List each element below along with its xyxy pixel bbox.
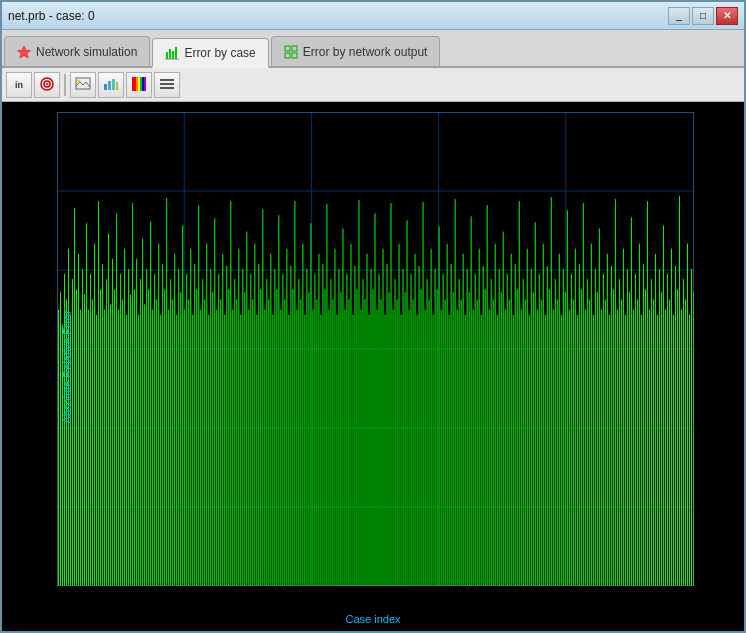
bars-icon	[159, 76, 175, 94]
svg-rect-121	[192, 315, 193, 586]
svg-rect-125	[200, 310, 201, 587]
svg-rect-90	[130, 294, 131, 586]
svg-rect-208	[366, 254, 367, 586]
svg-rect-267	[485, 289, 486, 586]
svg-rect-214	[379, 274, 380, 586]
minimize-button[interactable]: _	[668, 7, 690, 25]
svg-rect-341	[633, 310, 634, 587]
toolbar-in-button[interactable]: in	[6, 72, 32, 98]
svg-rect-365	[681, 310, 682, 587]
svg-rect-146	[242, 269, 243, 586]
close-button[interactable]: ✕	[716, 7, 738, 25]
svg-rect-368	[687, 244, 688, 586]
svg-rect-101	[152, 310, 153, 587]
svg-rect-325	[601, 310, 602, 587]
chart-svg: 10⁰ 10⁻¹ 10⁻² 10⁻³ 10⁻⁴ 10⁻⁵ 0 102.4 204…	[57, 112, 694, 586]
grid-icon	[284, 45, 298, 59]
maximize-button[interactable]: □	[692, 7, 714, 25]
svg-rect-259	[469, 292, 470, 586]
svg-rect-205	[360, 310, 361, 587]
svg-rect-82	[114, 289, 115, 586]
svg-rect-159	[268, 299, 269, 586]
svg-rect-1	[166, 52, 168, 59]
svg-rect-130	[210, 269, 211, 586]
svg-rect-344	[639, 244, 640, 586]
svg-rect-202	[354, 266, 355, 586]
svg-rect-220	[391, 203, 392, 586]
svg-rect-16	[108, 81, 111, 90]
svg-rect-79	[108, 234, 109, 586]
svg-rect-342	[635, 274, 636, 586]
toolbar-target-button[interactable]	[34, 72, 60, 98]
svg-rect-168	[286, 249, 287, 586]
toolbar-bars-button[interactable]	[154, 72, 180, 98]
svg-rect-140	[230, 201, 231, 586]
svg-rect-19	[132, 77, 136, 91]
svg-rect-21	[138, 77, 140, 91]
svg-rect-242	[435, 269, 436, 586]
title-buttons: _ □ ✕	[668, 7, 738, 25]
svg-rect-94	[138, 315, 139, 586]
svg-rect-266	[483, 266, 484, 586]
svg-rect-268	[487, 205, 488, 586]
svg-rect-321	[593, 315, 594, 586]
svg-rect-120	[190, 249, 191, 586]
svg-rect-282	[515, 264, 516, 586]
svg-rect-147	[244, 292, 245, 586]
svg-rect-335	[621, 299, 622, 586]
tab-error-by-case[interactable]: Error by case	[152, 38, 268, 68]
svg-rect-97	[144, 304, 145, 586]
svg-rect-189	[328, 310, 329, 587]
toolbar-image-button[interactable]	[70, 72, 96, 98]
svg-rect-294	[539, 274, 540, 586]
svg-rect-181	[312, 310, 313, 587]
toolbar-color-button[interactable]	[126, 72, 152, 98]
svg-rect-131	[212, 292, 213, 586]
svg-rect-209	[368, 315, 369, 586]
svg-rect-165	[280, 310, 281, 587]
svg-rect-92	[134, 289, 135, 586]
svg-rect-197	[344, 310, 345, 587]
svg-rect-213	[377, 310, 378, 587]
tab-network-simulation[interactable]: Network simulation	[4, 36, 150, 66]
chart-icon	[165, 46, 179, 60]
svg-rect-349	[649, 310, 650, 587]
svg-rect-176	[302, 244, 303, 586]
svg-rect-153	[256, 315, 257, 586]
svg-rect-247	[445, 299, 446, 586]
svg-rect-299	[549, 289, 550, 586]
svg-rect-136	[222, 254, 223, 586]
svg-rect-370	[691, 269, 692, 586]
svg-rect-110	[170, 279, 171, 586]
svg-rect-291	[533, 292, 534, 586]
svg-rect-219	[389, 292, 390, 586]
svg-rect-126	[202, 279, 203, 586]
svg-rect-228	[407, 220, 408, 586]
svg-rect-206	[362, 279, 363, 586]
svg-rect-316	[583, 203, 584, 586]
svg-rect-201	[352, 315, 353, 586]
svg-rect-359	[669, 299, 670, 586]
svg-rect-179	[308, 292, 309, 586]
svg-rect-305	[561, 315, 562, 586]
svg-rect-224	[399, 244, 400, 586]
toolbar: in	[2, 68, 744, 102]
toolbar-chart-button[interactable]	[98, 72, 124, 98]
svg-rect-318	[587, 279, 588, 586]
tab-label-error-by-case: Error by case	[184, 46, 255, 60]
svg-rect-225	[401, 315, 402, 586]
svg-rect-271	[493, 299, 494, 586]
svg-rect-20	[136, 77, 138, 91]
svg-rect-119	[188, 299, 189, 586]
toolbar-separator-1	[64, 74, 66, 96]
svg-rect-102	[154, 274, 155, 586]
svg-rect-69	[88, 310, 89, 587]
tab-error-by-network[interactable]: Error by network output	[271, 36, 441, 66]
chart-container: Absolute Relative Error Case index 10⁰	[2, 102, 744, 631]
svg-rect-18	[116, 82, 118, 90]
svg-rect-301	[553, 310, 554, 587]
x-axis-label: Case index	[345, 613, 400, 625]
svg-rect-161	[272, 315, 273, 586]
svg-rect-91	[132, 203, 133, 586]
svg-rect-307	[565, 292, 566, 586]
